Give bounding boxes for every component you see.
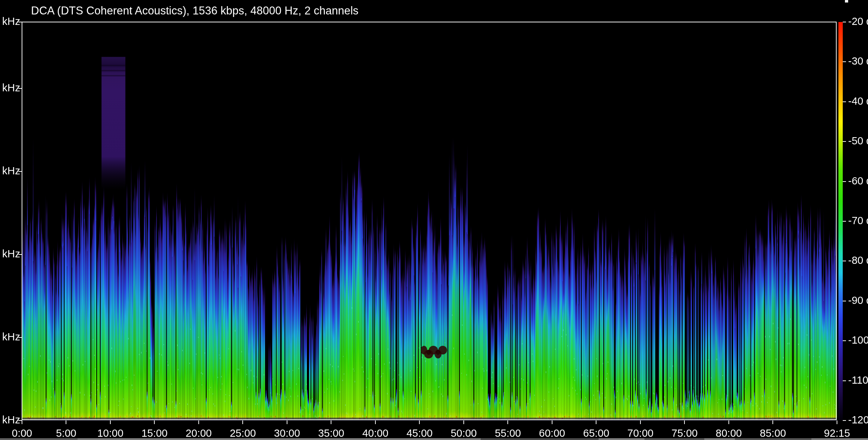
time-axis-label: 92:15 <box>814 427 860 439</box>
db-axis-tick <box>843 380 846 381</box>
freq-axis-label: kHz <box>2 165 20 177</box>
db-axis-tick <box>843 101 846 102</box>
time-axis-label: 35:00 <box>308 427 354 439</box>
time-axis-tick <box>772 421 773 424</box>
top-edge-tick <box>845 0 848 3</box>
time-axis-tick <box>287 421 287 424</box>
screen: { "header": { "title": "DCA (DTS Coheren… <box>0 0 868 440</box>
time-axis-label: 70:00 <box>617 427 664 439</box>
db-axis-label: -110 <box>848 374 868 386</box>
time-axis-tick <box>419 421 420 424</box>
time-axis-tick <box>463 421 464 424</box>
freq-axis-tick <box>18 171 22 172</box>
time-axis-label: 25:00 <box>219 427 266 439</box>
time-axis-tick <box>242 421 243 424</box>
time-axis-label: 30:00 <box>264 427 310 439</box>
time-axis-label: 20:00 <box>175 427 222 439</box>
time-axis-tick <box>640 421 641 424</box>
time-axis-tick <box>596 421 596 424</box>
freq-axis-label: kHz <box>2 16 20 27</box>
time-axis-tick <box>110 421 111 424</box>
stream-info-title: DCA (DTS Coherent Acoustics), 1536 kbps,… <box>31 4 358 17</box>
taskbar-strip-segment <box>0 438 78 440</box>
time-axis-tick <box>552 421 552 424</box>
time-axis-tick <box>331 421 331 424</box>
db-axis-label: -90 d <box>848 295 868 306</box>
db-axis-label: -60 d <box>848 175 868 187</box>
db-axis-tick <box>843 181 846 182</box>
time-axis-tick <box>198 421 199 424</box>
time-axis-tick <box>837 421 837 424</box>
time-axis-label: 40:00 <box>352 427 399 439</box>
freq-axis-label: kHz <box>2 331 20 343</box>
time-axis-label: 65:00 <box>573 427 620 439</box>
db-axis-tick <box>843 61 846 62</box>
db-axis-tick <box>843 301 846 301</box>
time-axis-tick <box>66 421 66 424</box>
db-axis-tick <box>843 141 846 142</box>
db-axis-tick <box>843 420 846 421</box>
freq-axis-label: kHz <box>2 248 20 260</box>
taskbar-strip-segment <box>481 438 599 440</box>
time-axis-label: 85:00 <box>749 427 796 439</box>
db-axis-label: -20 d <box>848 16 868 27</box>
freq-axis-label: kHz <box>2 414 20 426</box>
time-axis-label: 75:00 <box>661 427 708 439</box>
db-axis-label: -100 <box>848 334 868 346</box>
db-axis-label: -120 <box>848 414 868 426</box>
db-axis-tick <box>843 22 846 22</box>
freq-axis-label: kHz <box>2 82 20 94</box>
time-axis-label: 45:00 <box>396 427 443 439</box>
taskbar-strip-segment <box>644 438 704 440</box>
time-axis-tick <box>728 421 729 424</box>
taskbar-strip-segment <box>735 438 811 440</box>
db-axis-tick <box>843 340 846 341</box>
time-axis-label: 10:00 <box>87 427 134 439</box>
db-axis-label: -80 d <box>848 254 868 266</box>
colorbar <box>838 22 843 421</box>
time-axis-label: 50:00 <box>440 427 487 439</box>
time-axis-label: 60:00 <box>529 427 576 439</box>
db-axis-tick <box>843 261 846 261</box>
freq-axis-tick <box>18 254 22 255</box>
taskbar-edge-strip <box>0 438 868 440</box>
db-axis-label: -30 d <box>848 55 868 67</box>
time-axis-label: 15:00 <box>131 427 178 439</box>
db-axis-tick <box>843 221 846 222</box>
spek-window: DCA (DTS Coherent Acoustics), 1536 kbps,… <box>0 0 868 440</box>
time-axis-tick <box>154 421 155 424</box>
plot-border <box>22 22 837 420</box>
db-axis-label: -50 d <box>848 135 868 147</box>
time-axis-label: 80:00 <box>705 427 752 439</box>
time-axis-tick <box>22 421 22 424</box>
freq-axis-tick <box>18 88 22 89</box>
time-axis-label: 5:00 <box>43 427 89 439</box>
time-axis-tick <box>684 421 685 424</box>
time-axis-label: 55:00 <box>484 427 531 439</box>
freq-axis-tick <box>18 22 22 22</box>
db-axis-label: -70 d <box>848 215 868 227</box>
time-axis-tick <box>375 421 376 424</box>
time-axis-tick <box>507 421 508 424</box>
db-axis-label: -40 d <box>848 95 868 107</box>
freq-axis-tick <box>18 337 22 338</box>
time-axis-label: 0:00 <box>0 427 45 439</box>
